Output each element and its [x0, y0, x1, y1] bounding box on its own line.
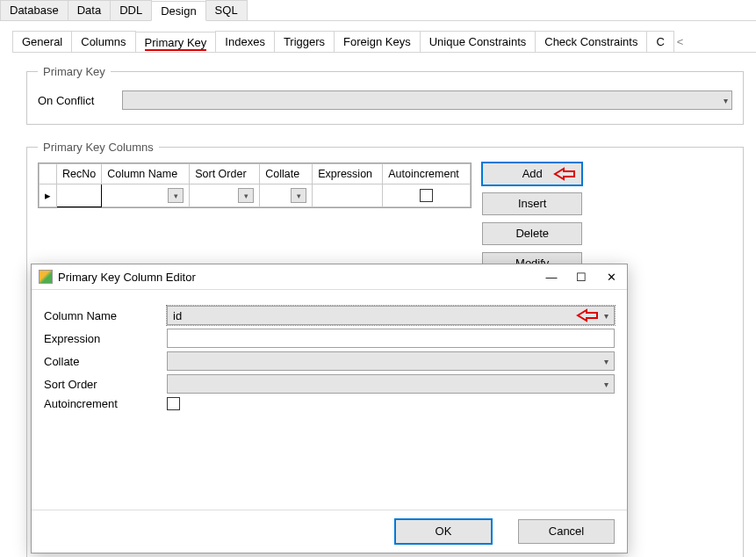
on-conflict-dropdown[interactable]: ▾ [122, 90, 732, 110]
dlg-collate-dropdown[interactable]: ▾ [167, 351, 615, 371]
col-recno[interactable]: RecNo [57, 164, 102, 184]
primary-key-group: Primary Key On Conflict ▾ [26, 65, 744, 125]
subtab-primary-key[interactable]: Primary Key [135, 32, 217, 53]
col-sort-order[interactable]: Sort Order [190, 164, 260, 184]
ok-button[interactable]: OK [395, 519, 492, 544]
dlg-column-name-label: Column Name [44, 309, 158, 322]
pk-column-editor-dialog: Primary Key Column Editor — ☐ ✕ Column N… [31, 264, 628, 553]
dlg-expression-label: Expression [44, 332, 158, 345]
chevron-down-icon[interactable]: ▾ [291, 188, 306, 203]
tab-sql[interactable]: SQL [205, 0, 248, 20]
cell-expression[interactable] [313, 184, 383, 207]
subtab-triggers[interactable]: Triggers [274, 31, 335, 52]
cell-sort-order[interactable]: ▾ [190, 184, 260, 207]
col-autoincrement[interactable]: Autoincrement [383, 164, 471, 184]
callout-arrow-icon [553, 167, 576, 181]
primary-key-legend: Primary Key [38, 65, 111, 78]
cell-autoincrement[interactable] [383, 184, 471, 207]
subtab-check-constraints[interactable]: Check Constraints [535, 31, 647, 52]
dialog-titlebar[interactable]: Primary Key Column Editor — ☐ ✕ [32, 264, 627, 290]
chevron-down-icon: ▾ [604, 311, 608, 321]
tab-database[interactable]: Database [0, 0, 68, 20]
pk-columns-table: RecNo Column Name Sort Order Collate Exp… [38, 163, 472, 208]
on-conflict-label: On Conflict [38, 94, 113, 107]
table-header-row: RecNo Column Name Sort Order Collate Exp… [40, 164, 471, 184]
col-expression[interactable]: Expression [313, 164, 383, 184]
subtab-foreign-keys[interactable]: Foreign Keys [334, 31, 421, 52]
chevron-down-icon[interactable]: ▾ [238, 188, 254, 203]
minimize-button[interactable]: — [544, 271, 558, 284]
sub-tabs: General Columns Primary Key Indexes Trig… [12, 30, 756, 53]
subtab-indexes[interactable]: Indexes [215, 31, 275, 52]
dlg-autoincrement-label: Autoincrement [44, 397, 158, 410]
tab-data[interactable]: Data [68, 0, 111, 20]
chevron-down-icon[interactable]: ▾ [168, 188, 184, 203]
autoincrement-checkbox[interactable] [420, 189, 433, 202]
tab-ddl[interactable]: DDL [110, 0, 152, 20]
row-marker-icon: ▸ [40, 184, 57, 207]
chevron-down-icon: ▾ [724, 96, 728, 105]
col-column-name[interactable]: Column Name [102, 164, 190, 184]
dlg-collate-label: Collate [44, 355, 158, 368]
dlg-column-name-value: id [173, 309, 182, 322]
cell-column-name[interactable]: ▾ [102, 184, 190, 207]
chevron-down-icon: ▾ [604, 380, 608, 389]
dlg-expression-input[interactable] [167, 329, 615, 348]
dialog-title: Primary Key Column Editor [58, 271, 196, 284]
insert-button[interactable]: Insert [482, 192, 582, 215]
subtab-columns[interactable]: Columns [71, 31, 135, 52]
close-button[interactable]: ✕ [604, 271, 618, 284]
dialog-icon [39, 270, 53, 284]
col-collate[interactable]: Collate [260, 164, 313, 184]
subtab-unique-constraints[interactable]: Unique Constraints [420, 31, 536, 52]
table-row[interactable]: ▸ ▾ ▾ ▾ [40, 184, 471, 207]
dlg-sort-order-label: Sort Order [44, 378, 158, 391]
subtab-general[interactable]: General [12, 31, 72, 52]
callout-arrow-icon [576, 308, 599, 322]
primary-key-columns-legend: Primary Key Columns [38, 141, 159, 154]
dlg-autoincrement-checkbox[interactable] [167, 397, 180, 410]
subtab-more[interactable]: C [646, 31, 673, 52]
delete-button[interactable]: Delete [482, 222, 582, 245]
dlg-column-name-dropdown[interactable]: id ▾ [167, 306, 615, 325]
tab-design[interactable]: Design [151, 1, 205, 21]
row-marker-header [40, 164, 57, 184]
dlg-sort-order-dropdown[interactable]: ▾ [167, 374, 615, 394]
cell-recno[interactable] [57, 184, 102, 207]
subtab-scroll-left-icon[interactable]: < [673, 32, 688, 52]
add-button[interactable]: Add [482, 163, 582, 185]
top-tabs: Database Data DDL Design SQL [0, 0, 756, 21]
maximize-button[interactable]: ☐ [574, 271, 588, 284]
cancel-button[interactable]: Cancel [518, 519, 615, 544]
chevron-down-icon: ▾ [604, 357, 608, 366]
cell-collate[interactable]: ▾ [260, 184, 313, 207]
